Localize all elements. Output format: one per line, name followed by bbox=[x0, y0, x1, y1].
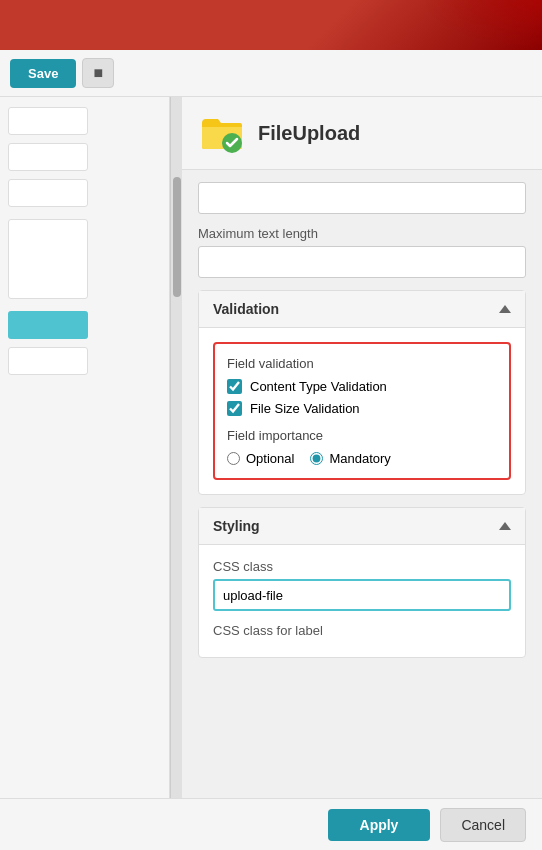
scroll-track[interactable] bbox=[170, 97, 182, 850]
bottom-bar: Apply Cancel bbox=[0, 798, 542, 850]
validation-collapse-icon bbox=[499, 305, 511, 313]
top-bar bbox=[0, 0, 542, 50]
file-size-checkbox[interactable] bbox=[227, 401, 242, 416]
scroll-thumb[interactable] bbox=[173, 177, 181, 297]
top-text-input[interactable] bbox=[198, 182, 526, 214]
styling-section-body: CSS class CSS class for label bbox=[199, 545, 525, 657]
panel-title: FileUpload bbox=[258, 122, 360, 145]
panel-body: Maximum text length Validation Field val… bbox=[182, 170, 542, 682]
css-class-input[interactable] bbox=[213, 579, 511, 611]
apply-button[interactable]: Apply bbox=[328, 809, 431, 841]
sidebar-highlight bbox=[8, 311, 88, 339]
optional-radio-item: Optional bbox=[227, 451, 294, 466]
sidebar-field-1 bbox=[8, 107, 88, 135]
validation-section: Validation Field validation Content Type… bbox=[198, 290, 526, 495]
optional-radio[interactable] bbox=[227, 452, 240, 465]
cancel-button[interactable]: Cancel bbox=[440, 808, 526, 842]
content-type-row: Content Type Validation bbox=[227, 379, 497, 394]
field-importance-label: Field importance bbox=[227, 428, 497, 443]
css-class-label: CSS class bbox=[213, 559, 511, 574]
validation-section-body: Field validation Content Type Validation… bbox=[199, 328, 525, 494]
mandatory-radio[interactable] bbox=[310, 452, 323, 465]
validation-section-header[interactable]: Validation bbox=[199, 291, 525, 328]
file-size-row: File Size Validation bbox=[227, 401, 497, 416]
copy-icon: ■ bbox=[93, 64, 103, 81]
sidebar-field-4 bbox=[8, 347, 88, 375]
panel-header: FileUpload bbox=[182, 97, 542, 170]
styling-section: Styling CSS class CSS class for label bbox=[198, 507, 526, 658]
fileupload-icon bbox=[198, 109, 246, 157]
max-text-length-input[interactable] bbox=[198, 246, 526, 278]
styling-title: Styling bbox=[213, 518, 260, 534]
main-layout: FileUpload Maximum text length Validatio… bbox=[0, 97, 542, 850]
save-button[interactable]: Save bbox=[10, 59, 76, 88]
sidebar-field-3 bbox=[8, 179, 88, 207]
toolbar: Save ■ bbox=[0, 50, 542, 97]
sidebar-field-2 bbox=[8, 143, 88, 171]
styling-collapse-icon bbox=[499, 522, 511, 530]
content-panel: FileUpload Maximum text length Validatio… bbox=[182, 97, 542, 850]
content-type-label: Content Type Validation bbox=[250, 379, 387, 394]
styling-section-header[interactable]: Styling bbox=[199, 508, 525, 545]
field-validation-label: Field validation bbox=[227, 356, 497, 371]
optional-label: Optional bbox=[246, 451, 294, 466]
css-label-label: CSS class for label bbox=[213, 623, 511, 638]
copy-button[interactable]: ■ bbox=[82, 58, 114, 88]
mandatory-label: Mandatory bbox=[329, 451, 390, 466]
max-text-length-label: Maximum text length bbox=[198, 226, 526, 241]
validation-highlighted-box: Field validation Content Type Validation… bbox=[213, 342, 511, 480]
validation-title: Validation bbox=[213, 301, 279, 317]
file-size-label: File Size Validation bbox=[250, 401, 360, 416]
sidebar bbox=[0, 97, 170, 850]
sidebar-textarea bbox=[8, 219, 88, 299]
mandatory-radio-item: Mandatory bbox=[310, 451, 390, 466]
content-type-checkbox[interactable] bbox=[227, 379, 242, 394]
field-importance-radio-row: Optional Mandatory bbox=[227, 451, 497, 466]
